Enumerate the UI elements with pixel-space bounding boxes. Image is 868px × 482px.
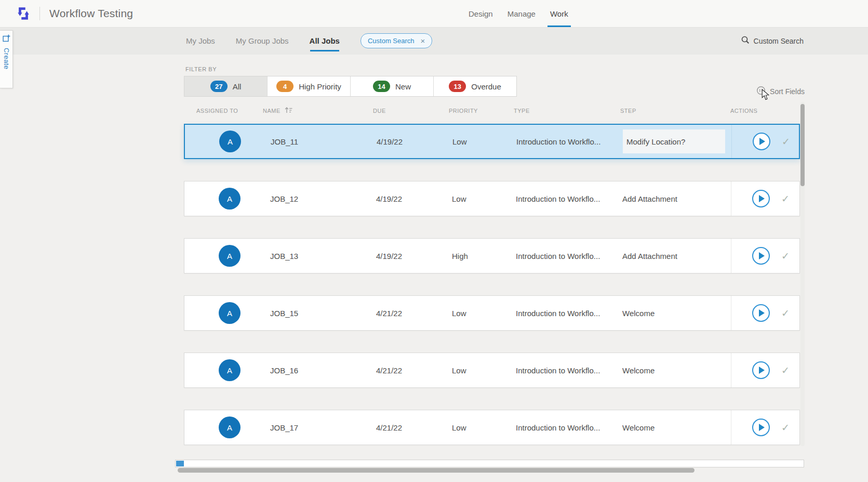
avatar: A — [219, 188, 241, 210]
cell-job-name: JOB_15 — [262, 296, 372, 330]
filter-segment-label: High Priority — [299, 82, 341, 91]
top-nav-item-label: Manage — [508, 9, 536, 18]
table-row[interactable]: A JOB_16 4/21/22 Low Introduction to Wor… — [184, 353, 800, 388]
cell-actions: ✓ — [731, 410, 799, 445]
job-tab[interactable]: My Group Jobs — [236, 36, 289, 45]
filter-count-badge: 13 — [449, 81, 466, 92]
column-header-step[interactable]: STEP — [620, 108, 730, 114]
cell-current-step: Modify Location? — [623, 129, 725, 153]
tabs-row: My Jobs My Group Jobs All Jobs Custom Se… — [186, 27, 432, 55]
table-horizontal-scrollbar[interactable] — [175, 460, 804, 467]
run-step-button[interactable] — [752, 419, 770, 436]
cell-job-name: JOB_16 — [262, 353, 372, 387]
create-job-icon — [3, 34, 10, 44]
cell-assigned-to: A — [184, 296, 262, 330]
filter-count-badge: 14 — [373, 81, 390, 92]
play-icon — [759, 309, 765, 317]
run-step-button[interactable] — [752, 361, 770, 379]
top-nav-item-label: Design — [469, 9, 493, 18]
play-icon — [759, 195, 765, 202]
column-header-name[interactable]: NAME — [262, 107, 372, 115]
create-panel-tab[interactable]: Create — [0, 30, 13, 88]
run-step-button[interactable] — [753, 133, 770, 150]
column-header-assigned-to[interactable]: ASSIGNED TO — [184, 108, 262, 114]
finish-step-check-icon[interactable]: ✓ — [781, 364, 790, 376]
filter-count-badge: 27 — [210, 81, 228, 92]
cell-priority: Low — [450, 125, 515, 158]
filter-segment[interactable]: 27 All — [184, 76, 268, 96]
table-row[interactable]: A JOB_13 4/19/22 High Introduction to Wo… — [184, 238, 800, 273]
column-header-priority[interactable]: PRIORITY — [449, 108, 514, 114]
cell-due-date: 4/19/22 — [372, 239, 449, 273]
cell-due-date: 4/21/22 — [372, 353, 449, 387]
table-row[interactable]: A JOB_12 4/19/22 Low Introduction to Wor… — [184, 181, 800, 216]
job-tab-label: All Jobs — [310, 36, 340, 45]
finish-step-check-icon[interactable]: ✓ — [781, 193, 790, 205]
cell-current-step: Welcome — [622, 309, 655, 318]
table-row[interactable]: A JOB_15 4/21/22 Low Introduction to Wor… — [184, 295, 800, 331]
cell-assigned-to: A — [185, 125, 263, 158]
column-header-type[interactable]: TYPE — [514, 108, 620, 114]
table-row[interactable]: A JOB_11 4/19/22 Low Introduction to Wor… — [184, 124, 800, 159]
cell-assigned-to: A — [184, 239, 262, 273]
cell-current-step: Welcome — [622, 423, 655, 432]
cell-job-type: Introduction to Workflo... — [514, 410, 621, 445]
page-horizontal-scrollbar-thumb[interactable] — [178, 468, 695, 473]
cell-current-step: Add Attachment — [622, 194, 677, 203]
sort-ascending-icon[interactable] — [285, 107, 293, 115]
top-nav-item-label: Work — [550, 9, 568, 18]
filter-by-label: FILTER BY — [185, 66, 217, 72]
avatar: A — [219, 359, 241, 381]
run-step-button[interactable] — [752, 304, 770, 322]
cell-priority: Low — [449, 410, 514, 445]
cell-job-type: Introduction to Workflo... — [515, 125, 621, 158]
avatar: A — [219, 245, 241, 267]
job-tab[interactable]: My Jobs — [186, 36, 215, 45]
search-icon — [741, 36, 750, 46]
cell-due-date: 4/21/22 — [372, 296, 449, 330]
run-step-button[interactable] — [752, 247, 770, 265]
workflow-manager-logo-icon — [15, 5, 32, 22]
custom-search-button[interactable]: Custom Search — [741, 27, 804, 55]
sort-fields-label: Sort Fields — [770, 87, 805, 96]
finish-step-check-icon[interactable]: ✓ — [781, 422, 790, 434]
top-nav-item[interactable]: Work — [550, 0, 568, 27]
top-nav-item[interactable]: Design — [469, 0, 493, 27]
column-header-due[interactable]: DUE — [372, 108, 449, 114]
table-row[interactable]: A JOB_17 4/21/22 Low Introduction to Wor… — [184, 410, 800, 445]
cell-priority: Low — [449, 296, 514, 330]
filter-segment[interactable]: 14 New — [351, 76, 434, 96]
table-vertical-scrollbar-thumb[interactable] — [800, 104, 805, 186]
cell-job-type: Introduction to Workflo... — [514, 353, 621, 387]
avatar: A — [219, 416, 241, 438]
job-list: A JOB_11 4/19/22 Low Introduction to Wor… — [184, 124, 800, 467]
cell-actions: ✓ — [731, 353, 799, 387]
table-horizontal-scrollbar-thumb[interactable] — [176, 461, 184, 466]
cell-priority: High — [449, 239, 514, 273]
job-tabs: My Jobs My Group Jobs All Jobs — [186, 36, 340, 45]
finish-step-check-icon[interactable]: ✓ — [782, 136, 790, 148]
avatar: A — [219, 302, 241, 324]
top-nav-item[interactable]: Manage — [508, 0, 536, 27]
sort-fields-icon — [756, 86, 766, 97]
cell-assigned-to: A — [184, 353, 262, 387]
play-icon — [759, 367, 765, 374]
custom-search-chip[interactable]: Custom Search × — [360, 33, 432, 48]
filter-segment[interactable]: 13 Overdue — [434, 76, 516, 96]
custom-search-chip-label: Custom Search — [368, 37, 415, 45]
job-tab[interactable]: All Jobs — [310, 36, 340, 45]
cell-job-type: Introduction to Workflo... — [514, 181, 621, 216]
filter-segment-label: New — [395, 82, 411, 91]
cell-current-step: Welcome — [622, 366, 655, 375]
finish-step-check-icon[interactable]: ✓ — [781, 307, 790, 319]
job-tab-label: My Jobs — [186, 36, 215, 45]
filter-segment-label: Overdue — [471, 82, 501, 91]
play-icon — [759, 138, 765, 145]
filter-segment[interactable]: 4 High Priority — [268, 76, 351, 96]
run-step-button[interactable] — [752, 190, 770, 207]
finish-step-check-icon[interactable]: ✓ — [781, 250, 790, 262]
create-tab-label: Create — [3, 48, 10, 69]
chip-close-icon[interactable]: × — [421, 37, 425, 45]
job-tab-label: My Group Jobs — [236, 36, 289, 45]
sort-fields-button[interactable]: Sort Fields — [756, 86, 805, 97]
